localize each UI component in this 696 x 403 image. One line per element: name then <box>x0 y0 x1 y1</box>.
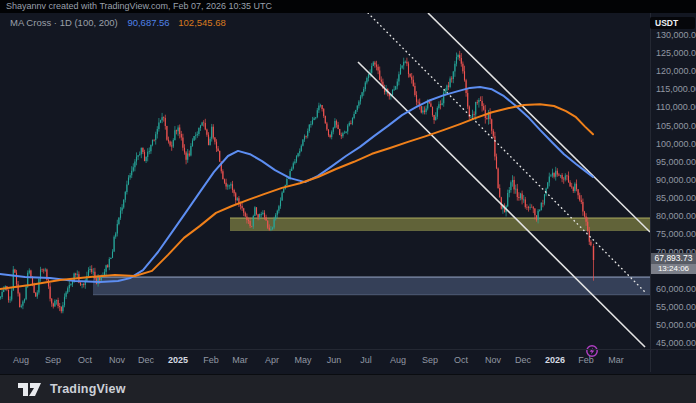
time-tick-label: Dec <box>508 355 538 365</box>
time-tick-label: Feb <box>196 355 226 365</box>
candles-up-bodies <box>0 55 575 311</box>
time-tick-label: Nov <box>102 355 132 365</box>
time-tick-label: Sep <box>38 355 68 365</box>
time-tick-label: Sep <box>415 355 445 365</box>
time-tick-label: Mar <box>601 355 631 365</box>
candles-up-wicks <box>1 53 575 314</box>
price-tick-label: 110,000.00 <box>656 102 696 112</box>
price-tick-label: 95,000.00 <box>656 157 696 167</box>
price-tick-label: 90,000.00 <box>656 175 696 185</box>
price-tick-label: 75,000.00 <box>656 229 696 239</box>
price-tick-label: 85,000.00 <box>656 193 696 203</box>
price-tick-label: 80,000.00 <box>656 211 696 221</box>
legend-timeframe: 1D <box>60 17 72 28</box>
footer-toolbar: TradingView <box>0 374 696 403</box>
candle-countdown: 13:24:06 <box>651 264 696 274</box>
ma-200-line <box>0 104 593 289</box>
tradingview-chart-screenshot: Shayannv created with TradingView.com, F… <box>0 0 696 403</box>
indicator-name: MA Cross <box>10 17 51 28</box>
time-tick-label: Nov <box>478 355 508 365</box>
last-price-tag: 67,893.73 <box>651 253 696 264</box>
price-tick-label: 60,000.00 <box>656 284 696 294</box>
ma-slow-value: 102,545.68 <box>178 17 226 28</box>
time-axis-separator <box>0 349 696 350</box>
channel-line-right <box>428 13 650 232</box>
tradingview-logo-icon[interactable] <box>17 381 42 398</box>
time-tick-label: 2026 <box>540 355 570 365</box>
time-tick-label: Oct <box>446 355 476 365</box>
tradingview-brand-text[interactable]: TradingView <box>50 382 126 396</box>
channel-line-left <box>358 62 645 347</box>
time-tick-label: Dec <box>131 355 161 365</box>
ma-fast-value: 90,687.56 <box>127 17 169 28</box>
time-tick-label: 2025 <box>163 355 193 365</box>
price-tick-label: 105,000.00 <box>656 121 696 131</box>
legend-separator: · <box>54 17 57 28</box>
price-tick-label: 50,000.00 <box>656 320 696 330</box>
support-zone <box>93 277 651 295</box>
price-tick-label: 125,000.00 <box>656 48 696 58</box>
price-tick-label: 130,000.00 <box>656 30 696 40</box>
price-tick-label: 45,000.00 <box>656 338 696 348</box>
indicator-legend[interactable]: MA Cross · 1D (100, 200) 90,687.56 102,5… <box>10 17 226 28</box>
price-tick-label: 55,000.00 <box>656 302 696 312</box>
time-tick-label: Feb <box>571 355 601 365</box>
currency-badge: USDT <box>650 17 695 29</box>
time-tick-label: Apr <box>257 355 287 365</box>
price-tick-label: 100,000.00 <box>656 139 696 149</box>
channel-midline <box>368 13 645 292</box>
time-tick-label: Aug <box>6 355 36 365</box>
price-tick-label: 115,000.00 <box>656 84 696 94</box>
time-tick-label: Aug <box>383 355 413 365</box>
attribution-text: Shayannv created with TradingView.com, F… <box>0 0 696 13</box>
time-tick-label: Mar <box>225 355 255 365</box>
time-tick-label: Jul <box>351 355 381 365</box>
time-tick-label: Jun <box>319 355 349 365</box>
price-tick-label: 120,000.00 <box>656 66 696 76</box>
time-tick-label: Oct <box>70 355 100 365</box>
time-tick-label: May <box>288 355 318 365</box>
legend-params: (100, 200) <box>74 17 117 28</box>
chart-canvas[interactable] <box>0 0 696 403</box>
price-axis-separator <box>650 13 651 372</box>
